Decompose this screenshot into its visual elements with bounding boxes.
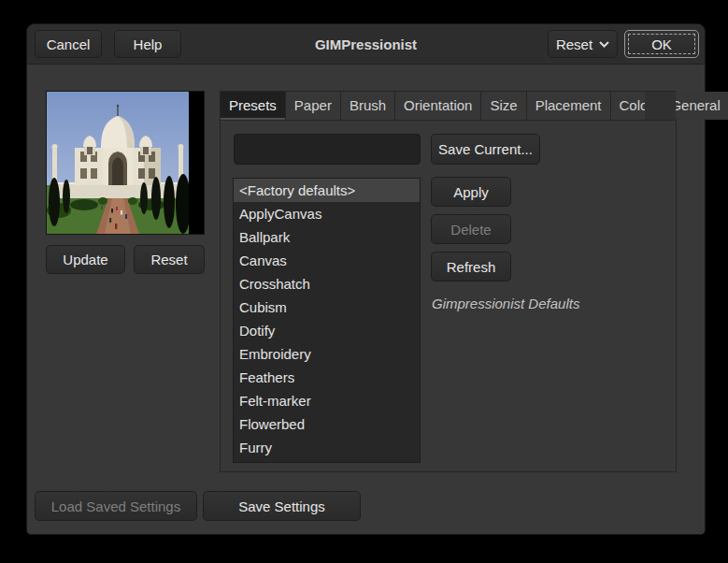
preview-reset-button[interactable]: Reset [134,245,205,274]
preset-list[interactable]: <Factory defaults>ApplyCanvasBallparkCan… [233,178,421,463]
update-button[interactable]: Update [46,245,125,274]
save-current-button[interactable]: Save Current... [431,134,540,165]
refresh-button[interactable]: Refresh [431,252,511,282]
tab-paper[interactable]: Paper [286,92,341,120]
preset-item-furry[interactable]: Furry [234,436,420,459]
preset-item-felt-marker[interactable]: Felt-marker [234,389,420,412]
preset-description: Gimpressionist Defaults [432,296,579,311]
header-bar: GIMPressionist Cancel Help Reset OK [27,24,705,65]
tab-orientation[interactable]: Orientation [395,92,481,120]
preset-item-flowerbed[interactable]: Flowerbed [234,412,420,436]
chevron-down-icon [599,41,609,48]
preset-item-canvas[interactable]: Canvas [234,249,420,272]
delete-button: Delete [431,214,511,244]
preset-item-ballpark[interactable]: Ballpark [234,225,420,249]
preset-item-applycanvas[interactable]: ApplyCanvas [234,202,420,225]
preset-item-dotify[interactable]: Dotify [234,319,420,342]
load-saved-settings-button: Load Saved Settings [35,491,197,521]
gimpressionist-dialog: GIMPressionist Cancel Help Reset OK [26,23,706,535]
preset-item-feathers[interactable]: Feathers [234,366,420,389]
save-settings-button[interactable]: Save Settings [203,491,361,521]
reset-dropdown-button[interactable]: Reset [548,30,618,58]
preset-name-input[interactable] [234,134,421,165]
preset-item-crosshatch[interactable]: Crosshatch [234,272,420,296]
tab-size[interactable]: Size [481,92,526,120]
tabstrip-filler [645,92,676,121]
tab-brush[interactable]: Brush [341,92,395,120]
reset-dropdown-label: Reset [556,36,592,52]
preset-item-cubism[interactable]: Cubism [234,296,420,319]
preset-item-embroidery[interactable]: Embroidery [234,342,420,366]
tab-placement[interactable]: Placement [527,92,611,120]
apply-button[interactable]: Apply [431,177,511,207]
cancel-button[interactable]: Cancel [35,30,102,58]
taj-mahal-preview-image [47,92,204,234]
preview-frame [46,91,205,235]
ok-button[interactable]: OK [624,30,699,58]
help-button[interactable]: Help [114,30,181,58]
tab-strip: PresetsPaperBrushOrientationSizePlacemen… [221,92,676,121]
preset-item-factory-defaults[interactable]: <Factory defaults> [234,179,420,202]
presets-page: Save Current... <Factory defaults>ApplyC… [221,121,676,471]
settings-notebook: PresetsPaperBrushOrientationSizePlacemen… [220,91,677,472]
tab-presets[interactable]: Presets [221,92,286,120]
